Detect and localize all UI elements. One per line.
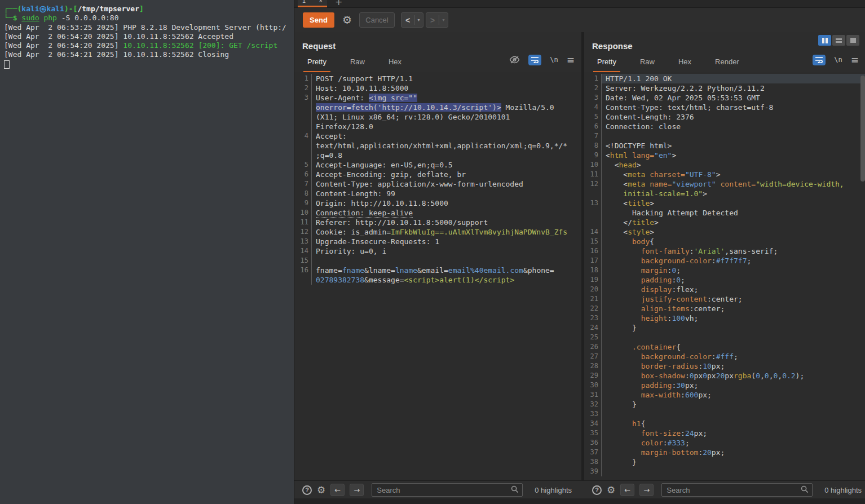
line-number: 16 <box>294 266 312 285</box>
line-number: 13 <box>294 237 312 246</box>
tab-pretty[interactable]: Pretty <box>303 58 330 73</box>
layout-columns-button[interactable] <box>818 35 831 46</box>
code-line: 16fname=fname&lname=lname&email=email%40… <box>294 266 581 285</box>
tab-render[interactable]: Render <box>711 58 743 73</box>
terminal-window[interactable]: ┌──(kali㉿kali)-[/tmp/tmpserver]└─$ sudo … <box>0 0 294 504</box>
line-number: 20 <box>584 285 602 294</box>
back-request-button[interactable]: < ▾ <box>401 12 423 28</box>
newline-chars-icon[interactable]: \n <box>834 56 842 64</box>
tab-raw[interactable]: Raw <box>346 58 369 73</box>
forward-request-button[interactable]: > ▾ <box>426 12 448 28</box>
next-match-button[interactable]: → <box>350 484 364 496</box>
line-number: 17 <box>584 256 602 266</box>
line-number: 12 <box>584 179 602 198</box>
forward-arrow-icon[interactable]: > <box>426 16 439 25</box>
code-line: 4Accept: text/html,application/xhtml+xml… <box>294 131 581 160</box>
scrollbar-thumb[interactable] <box>860 76 865 182</box>
line-number: 34 <box>584 419 602 428</box>
line-number: 22 <box>584 304 602 313</box>
code-line: 13Upgrade-Insecure-Requests: 1 <box>294 237 581 246</box>
layout-toggle-group <box>818 35 859 46</box>
tab-raw[interactable]: Raw <box>636 58 659 73</box>
line-number: 37 <box>584 448 602 457</box>
line-number: 1 <box>584 74 602 83</box>
line-number: 9 <box>294 198 312 208</box>
line-number: 39 <box>584 467 602 476</box>
line-number: 28 <box>584 361 602 371</box>
newline-chars-icon[interactable]: \n <box>550 56 558 64</box>
line-number: 8 <box>294 189 312 198</box>
response-view-tabs: Pretty Raw Hex Render <box>593 58 743 73</box>
forward-dropdown-icon[interactable]: ▾ <box>439 17 448 23</box>
hide-headers-eye-icon[interactable] <box>509 56 520 64</box>
code-line: 23 height:100vh; <box>584 313 865 323</box>
wrap-lines-icon[interactable] <box>813 55 826 65</box>
editors-area: Request Pretty Raw Hex \n ≡ 1PO <box>294 32 865 480</box>
code-line: 11Referer: http://10.10.11.8:5000/suppor… <box>294 218 581 227</box>
cancel-button[interactable]: Cancel <box>359 12 395 28</box>
line-number: 8 <box>584 141 602 151</box>
tab-close-icon[interactable]: × <box>319 0 323 6</box>
line-number: 18 <box>584 266 602 275</box>
search-input[interactable] <box>661 483 813 497</box>
code-line: 2Server: Werkzeug/2.2.2 Python/3.11.2 <box>584 83 865 93</box>
editor-menu-icon[interactable]: ≡ <box>567 54 575 65</box>
line-number: 10 <box>294 208 312 218</box>
line-number: 11 <box>294 218 312 227</box>
line-number: 15 <box>294 256 312 266</box>
line-number: 5 <box>294 160 312 170</box>
search-settings-gear-icon[interactable]: ⚙ <box>317 484 325 496</box>
code-line: 31 max-width:600px; <box>584 390 865 400</box>
add-tab-button[interactable]: + <box>335 0 342 7</box>
gear-icon[interactable]: ⚙ <box>339 12 355 28</box>
layout-single-button[interactable] <box>846 35 859 46</box>
response-search-bar: ? ⚙ ← → 0 highlights <box>584 481 865 499</box>
line-number: 4 <box>294 131 312 160</box>
code-line: 3Date: Wed, 02 Apr 2025 05:53:53 GMT <box>584 93 865 103</box>
editor-menu-icon[interactable]: ≡ <box>851 54 859 65</box>
code-line: 2Host: 10.10.11.8:5000 <box>294 83 581 93</box>
code-line: 22 align-items:center; <box>584 304 865 313</box>
code-line: 38 } <box>584 457 865 467</box>
code-line: 6Connection: close <box>584 122 865 131</box>
line-number: 14 <box>584 227 602 237</box>
tab-pretty[interactable]: Pretty <box>593 58 620 73</box>
magnifier-icon <box>801 485 809 496</box>
help-icon[interactable]: ? <box>302 485 312 495</box>
code-line: 28 border-radius:10px; <box>584 361 865 371</box>
back-dropdown-icon[interactable]: ▾ <box>414 17 423 23</box>
line-number: 27 <box>584 352 602 361</box>
search-settings-gear-icon[interactable]: ⚙ <box>607 484 615 496</box>
code-line: 35 font-size:24px; <box>584 428 865 438</box>
line-number: 6 <box>584 122 602 131</box>
prev-match-button[interactable]: ← <box>330 484 345 496</box>
line-number: 36 <box>584 438 602 448</box>
wrap-lines-icon[interactable] <box>528 55 541 65</box>
search-input[interactable] <box>372 483 523 497</box>
layout-rows-button[interactable] <box>832 35 845 46</box>
code-line: 37 margin-bottom:20px; <box>584 448 865 457</box>
tab-hex[interactable]: Hex <box>674 58 695 73</box>
terminal-line: [Wed Apr 2 06:54:20 2025] 10.10.11.8:525… <box>4 41 294 50</box>
code-line: 12Cookie: is_admin=ImFkbWluIg==.uAlmXlTv… <box>294 227 581 237</box>
response-header: Response Pretty Raw Hex Render \n <box>584 32 865 73</box>
code-line: 33 <box>584 409 865 419</box>
code-line: 29 box-shadow:0px0px20pxrgba(0,0,0,0.2); <box>584 371 865 381</box>
tab-hex[interactable]: Hex <box>385 58 405 73</box>
repeater-tab-1[interactable]: 1 × <box>298 0 327 7</box>
line-number: 7 <box>294 179 312 189</box>
line-number: 29 <box>584 371 602 381</box>
line-number: 6 <box>294 170 312 179</box>
response-editor[interactable]: 1HTTP/1.1 200 OK2Server: Werkzeug/2.2.2 … <box>584 72 865 480</box>
search-bars: ? ⚙ ← → 0 highlights ? ⚙ ← → 0 highlight… <box>294 480 865 499</box>
next-match-button[interactable]: → <box>639 484 654 496</box>
back-arrow-icon[interactable]: < <box>401 16 414 25</box>
send-button[interactable]: Send <box>303 12 334 28</box>
prev-match-button[interactable]: ← <box>620 484 634 496</box>
code-line: 1HTTP/1.1 200 OK <box>584 74 865 83</box>
request-editor[interactable]: 1POST /support HTTP/1.12Host: 10.10.11.8… <box>294 72 581 480</box>
line-number: 16 <box>584 246 602 256</box>
help-icon[interactable]: ? <box>592 485 602 495</box>
code-line: 19 padding:0; <box>584 275 865 285</box>
line-number: 21 <box>584 294 602 304</box>
